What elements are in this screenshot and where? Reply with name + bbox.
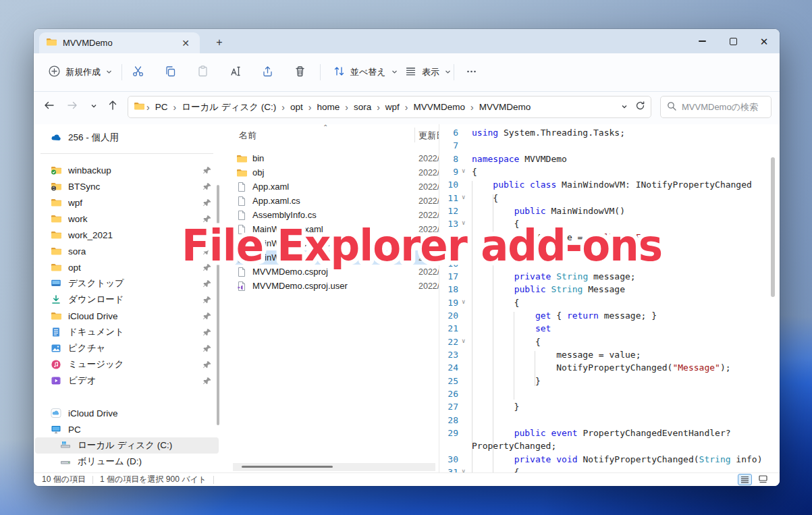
view-button[interactable]: 表示 [398, 61, 458, 84]
sidebar-item--[interactable]: ミュージック [35, 356, 219, 373]
breadcrumb-segment[interactable]: MVVMDemo [476, 100, 535, 114]
chevron-down-icon [391, 66, 398, 78]
pin-icon[interactable] [203, 312, 212, 321]
rename-button[interactable] [223, 61, 248, 84]
breadcrumb-separator: › [375, 102, 382, 113]
folder-icon [134, 101, 144, 114]
sidebar-item-label: BTSync [68, 182, 196, 192]
minimize-button[interactable] [686, 29, 718, 53]
sidebar-item-winbackup[interactable]: winbackup [35, 162, 219, 178]
sidebar-item--[interactable]: ピクチャ [35, 340, 219, 356]
sidebar-item-label: ダウンロード [68, 294, 196, 306]
sidebar-item-drive[interactable]: ボリューム (D:) [35, 454, 219, 470]
breadcrumb-segment[interactable]: MVVMDemo [410, 100, 469, 114]
sidebar-item--[interactable]: ダウンロード [35, 292, 219, 308]
search-icon [667, 101, 676, 113]
sidebar-item--[interactable]: ドキュメント [35, 324, 219, 340]
column-header-name[interactable]: 名前 [239, 130, 256, 142]
delete-button[interactable] [288, 61, 313, 84]
pin-icon[interactable] [203, 296, 212, 304]
sidebar-item-icloud[interactable]: iCloud Drive [35, 405, 219, 421]
cut-button[interactable] [126, 61, 151, 84]
breadcrumb-separator: › [403, 102, 410, 113]
address-bar[interactable]: › PC›ローカル ディスク (C:)›opt›home›sora›wpf›MV… [128, 96, 651, 118]
horizontal-scrollbar-thumb[interactable] [242, 466, 333, 468]
pin-icon[interactable] [203, 166, 212, 175]
sidebar-item-drive-c[interactable]: ローカル ディスク (C:) [35, 437, 219, 454]
status-separator [213, 476, 214, 484]
minimize-icon [699, 40, 706, 42]
search-input[interactable] [682, 102, 761, 112]
folder-icon [236, 153, 247, 164]
file-row-app-xaml-cs[interactable]: App.xaml.cs2022/ [232, 194, 436, 208]
pin-icon[interactable] [203, 328, 212, 337]
details-view-button[interactable] [738, 474, 752, 485]
close-button[interactable]: ✕ [749, 29, 780, 53]
refresh-icon[interactable] [635, 101, 645, 113]
plus-circle-icon [48, 65, 61, 80]
pin-icon[interactable] [203, 377, 212, 385]
code-line: 30 private void NotifyPropertyChanged(St… [439, 454, 780, 468]
line-number: 9 [439, 167, 458, 177]
maximize-button[interactable] [718, 29, 749, 53]
breadcrumb-segment[interactable]: PC [152, 100, 171, 114]
fold-chevron-icon[interactable]: ∨ [462, 194, 465, 200]
sidebar-item--[interactable]: ビデオ [35, 373, 219, 389]
pin-icon[interactable] [203, 198, 212, 207]
line-number: 30 [439, 454, 458, 464]
file-row-bin[interactable]: bin2022/ [232, 151, 436, 165]
fold-chevron-icon[interactable]: ∨ [462, 337, 465, 344]
breadcrumb-segment[interactable]: opt [287, 100, 306, 114]
pin-icon[interactable] [203, 344, 212, 353]
code-line: 24 NotifyPropertyChanged("Message"); [439, 362, 780, 376]
breadcrumb-segment[interactable]: ローカル ディスク (C:) [178, 99, 279, 115]
breadcrumb-segment[interactable]: sora [350, 100, 375, 114]
chevron-down-icon [90, 101, 98, 113]
pin-icon[interactable] [203, 360, 212, 369]
sidebar-item-label: ピクチャ [68, 342, 196, 354]
breadcrumb-segment[interactable]: home [313, 100, 343, 114]
search-box[interactable] [660, 96, 772, 118]
folder-icon [51, 197, 61, 208]
pin-icon[interactable] [203, 182, 212, 191]
up-button[interactable] [103, 97, 123, 117]
column-header-date[interactable]: 更新日時 [418, 130, 439, 142]
file-row-app-xaml[interactable]: App.xaml2022/ [232, 180, 436, 194]
line-number: 20 [439, 310, 458, 321]
recent-locations-button[interactable] [84, 97, 104, 117]
share-button[interactable] [255, 61, 280, 84]
file-name: obj [252, 167, 436, 178]
forward-button[interactable] [62, 97, 82, 117]
paste-button[interactable] [190, 61, 215, 84]
file-date-modified: 2022/ [418, 154, 439, 163]
back-button[interactable] [39, 97, 59, 117]
code-preview-pane: 6using System.Threading.Tasks;78namespac… [439, 124, 780, 472]
sidebar-item-label: ボリューム (D:) [78, 456, 219, 468]
thumbnails-view-icon [759, 474, 767, 486]
view-button-label: 表示 [422, 66, 439, 78]
fold-chevron-icon[interactable]: ∨ [462, 298, 465, 305]
tab-mvvmdemo[interactable]: MVVMDemo ✕ [39, 32, 200, 53]
address-dropdown-icon[interactable] [620, 101, 628, 113]
paste-icon [196, 65, 209, 80]
copy-button[interactable] [158, 61, 183, 84]
file-row-obj[interactable]: obj2022/ [232, 165, 436, 180]
sidebar-item-onedrive[interactable]: 256 - 個人用 [35, 130, 219, 146]
new-button[interactable]: 新規作成 [42, 61, 119, 84]
code-text: message = value; [472, 350, 641, 360]
sidebar-item-pc[interactable]: PC [35, 421, 219, 437]
icloud-icon [51, 408, 61, 418]
tab-close-icon[interactable]: ✕ [178, 36, 193, 51]
sidebar-item-label: 256 - 個人用 [68, 132, 219, 144]
more-options-button[interactable] [459, 61, 484, 84]
sidebar-item-icloud-drive[interactable]: iCloud Drive [35, 308, 219, 324]
column-separator[interactable] [414, 128, 415, 142]
new-tab-button[interactable]: + [211, 34, 228, 51]
sort-button[interactable]: 並べ替え [327, 61, 404, 84]
breadcrumb-segment[interactable]: wpf [382, 100, 403, 114]
sidebar-item-btsync[interactable]: BTSync [35, 178, 219, 194]
horizontal-scrollbar[interactable] [233, 463, 435, 471]
large-icons-view-button[interactable] [756, 474, 770, 485]
fold-chevron-icon[interactable]: ∨ [462, 167, 465, 174]
fold-chevron-icon[interactable]: ∨ [462, 468, 465, 472]
